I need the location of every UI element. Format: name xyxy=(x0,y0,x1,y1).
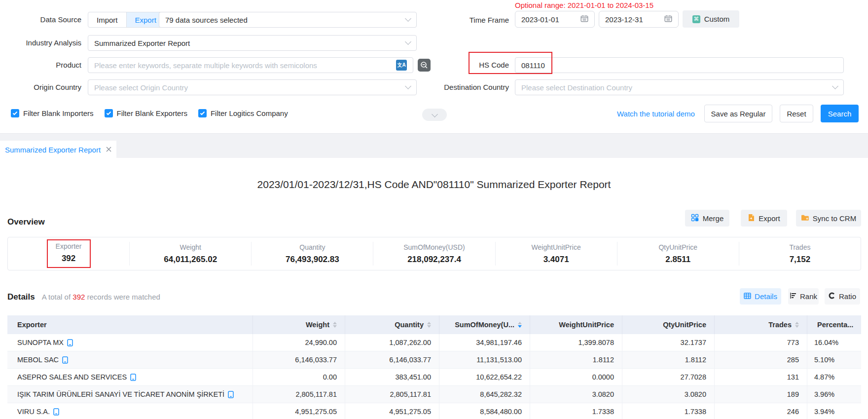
data-sources-select[interactable]: 79 data sources selected xyxy=(159,12,417,28)
stat-weight: Weight 64,011,265.02 xyxy=(129,242,251,266)
checkbox-checked-icon[interactable] xyxy=(11,109,19,117)
origin-country-select[interactable]: Please select Origin Country xyxy=(88,79,417,95)
filter-blank-exporters[interactable]: Filter Blank Exporters xyxy=(105,109,187,117)
table-body: SUNOPTA MX24,990.001,087,262.0034,981,19… xyxy=(7,334,861,419)
column-header-sum_of_money[interactable]: SumOfMoney(U... xyxy=(439,315,530,334)
percentage-cell: 3.96% xyxy=(807,386,861,403)
close-icon[interactable] xyxy=(106,145,111,154)
qty_unit_price-cell: 32.1737 xyxy=(622,334,715,351)
percentage-cell: 3.94% xyxy=(807,403,861,419)
data-sources-value: 79 data sources selected xyxy=(165,16,248,24)
column-header-qty_unit_price: QtyUnitPrice xyxy=(622,315,715,334)
chevron-down-icon xyxy=(405,83,411,89)
search-button[interactable]: Search xyxy=(821,105,859,122)
export-label: Export xyxy=(759,214,780,223)
merge-button[interactable]: Merge xyxy=(685,210,729,227)
translate-icon[interactable]: 文A xyxy=(396,60,407,71)
exporter-name[interactable]: VIRU S.A. xyxy=(17,408,50,416)
sort-icon[interactable] xyxy=(427,322,431,328)
percentage-cell: 5.10% xyxy=(807,351,861,368)
filter-checkbox-row: Filter Blank Importers Filter Blank Expo… xyxy=(11,109,288,117)
column-label: WeightUnitPrice xyxy=(559,321,614,329)
stat-label: Quantity xyxy=(299,243,325,251)
exporter-name[interactable]: IŞIK TARIM ÜRÜNLERİ SANAYİ VE TİCARET AN… xyxy=(17,390,224,398)
hs-code-input[interactable]: 081110 xyxy=(515,57,844,73)
sort-icon[interactable] xyxy=(518,322,522,328)
table-grid-icon xyxy=(744,292,751,301)
filter-logistics-company[interactable]: Filter Logitics Company xyxy=(198,109,288,117)
industry-analysis-select[interactable]: Summarized Exporter Report xyxy=(88,35,417,51)
app-window: Optional range: 2021-01-01 to 2024-03-15… xyxy=(0,0,868,419)
contact-icon[interactable] xyxy=(228,391,234,398)
quantity-cell: 4,951,275.05 xyxy=(345,403,439,419)
sum_of_money-cell: 10,622,654.22 xyxy=(439,369,530,385)
weight-cell: 4,951,275.05 xyxy=(253,403,345,419)
start-date-input[interactable]: 2023-01-01 xyxy=(515,11,595,28)
column-header-exporter: Exporter xyxy=(7,315,253,334)
stat-value: 2.8511 xyxy=(665,255,690,265)
chevron-down-icon xyxy=(405,15,411,22)
quantity-cell: 2,805,117.81 xyxy=(345,386,439,403)
custom-icon: ⌘ xyxy=(692,15,700,23)
origin-country-placeholder: Please select Origin Country xyxy=(94,83,188,92)
stat-sum-of-money: SumOfMoney(USD) 218,092,237.4 xyxy=(373,242,495,266)
expand-filters-button[interactable] xyxy=(422,109,447,121)
sync-to-crm-button[interactable]: Sync to CRM xyxy=(796,210,861,227)
column-header-weight[interactable]: Weight xyxy=(253,315,345,334)
data-source-toggle: Import Export xyxy=(88,12,165,28)
trades-cell: 189 xyxy=(715,386,807,403)
exporter-name[interactable]: MEBOL SAC xyxy=(17,356,59,364)
qty_unit_price-cell: 1.7338 xyxy=(622,403,715,419)
checkbox-checked-icon[interactable] xyxy=(198,109,207,117)
exclude-keywords-button[interactable] xyxy=(418,59,431,72)
exporter-name[interactable]: SUNOPTA MX xyxy=(17,339,64,346)
column-label: Trades xyxy=(768,321,792,329)
calendar-icon xyxy=(580,15,588,24)
calendar-icon xyxy=(664,15,672,24)
export-button[interactable]: Export xyxy=(741,210,787,227)
import-toggle[interactable]: Import xyxy=(88,12,127,27)
hs-code-label: HS Code xyxy=(438,57,509,73)
weight-cell: 24,990.00 xyxy=(253,334,345,351)
view-rank-button[interactable]: Rank xyxy=(788,288,819,305)
column-header-quantity[interactable]: Quantity xyxy=(345,315,439,334)
view-details-button[interactable]: Details xyxy=(740,288,781,305)
contact-icon[interactable] xyxy=(53,408,59,416)
contact-icon[interactable] xyxy=(67,339,73,346)
column-header-trades[interactable]: Trades xyxy=(715,315,807,334)
stat-qty-unit-price: QtyUnitPrice 2.8511 xyxy=(617,242,739,266)
sum_of_money-cell: 34,981,197.46 xyxy=(439,334,530,351)
qty_unit_price-cell: 27.7028 xyxy=(622,369,715,385)
contact-icon[interactable] xyxy=(62,356,68,364)
save-as-regular-button[interactable]: Save as Regular xyxy=(704,105,772,122)
weight-cell: 0.00 xyxy=(253,369,345,385)
sort-icon[interactable] xyxy=(795,322,799,328)
merge-label: Merge xyxy=(703,214,724,223)
table-row: ASEPRO SALES AND SERVICES0.00383,451.001… xyxy=(7,369,861,386)
contact-icon[interactable] xyxy=(130,374,136,381)
chevron-down-icon xyxy=(405,38,411,45)
exporter-cell: SUNOPTA MX xyxy=(7,334,253,351)
product-input[interactable]: Please enter keywords, separate multiple… xyxy=(88,57,413,73)
exporter-name[interactable]: ASEPRO SALES AND SERVICES xyxy=(17,373,127,381)
reset-button[interactable]: Reset xyxy=(780,105,813,122)
sort-icon[interactable] xyxy=(333,322,337,328)
overview-heading: Overview xyxy=(7,217,45,227)
view-ratio-button[interactable]: Ratio xyxy=(825,288,860,305)
custom-range-button[interactable]: ⌘ Custom xyxy=(683,10,739,28)
destination-country-placeholder: Please select Destination Country xyxy=(521,83,632,92)
tab-summarized-exporter-report[interactable]: Summarized Exporter Report xyxy=(0,141,116,158)
overview-stats-card: Exporter 392 Weight 64,011,265.02 Quanti… xyxy=(7,237,861,270)
tutorial-link[interactable]: Watch the tutorial demo xyxy=(617,110,695,118)
weight_unit_price-cell: 1,399.8078 xyxy=(530,334,622,351)
exporter-cell: VIRU S.A. xyxy=(7,403,253,419)
destination-country-select[interactable]: Please select Destination Country xyxy=(515,79,844,95)
checkbox-checked-icon[interactable] xyxy=(105,109,113,117)
export-file-icon xyxy=(748,214,755,223)
chevron-down-icon xyxy=(432,111,438,117)
stat-value: 64,011,265.02 xyxy=(164,255,217,265)
view-ratio-label: Ratio xyxy=(839,292,856,301)
sum_of_money-cell: 11,131,513.00 xyxy=(439,351,530,368)
filter-blank-importers[interactable]: Filter Blank Importers xyxy=(11,109,94,117)
end-date-input[interactable]: 2023-12-31 xyxy=(599,11,679,28)
